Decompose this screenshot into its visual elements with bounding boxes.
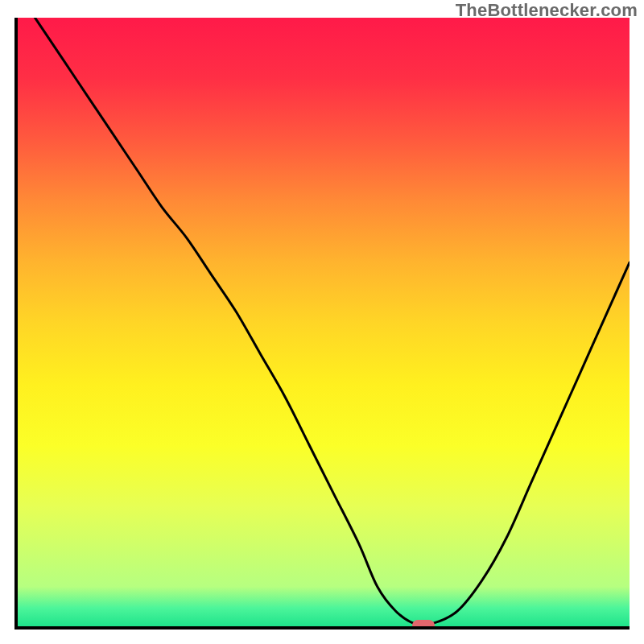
plot-area	[14, 18, 630, 630]
bottleneck-curve	[14, 18, 630, 630]
chart-container: TheBottlenecker.com	[0, 0, 644, 644]
x-axis	[14, 626, 630, 630]
y-axis	[14, 18, 18, 630]
